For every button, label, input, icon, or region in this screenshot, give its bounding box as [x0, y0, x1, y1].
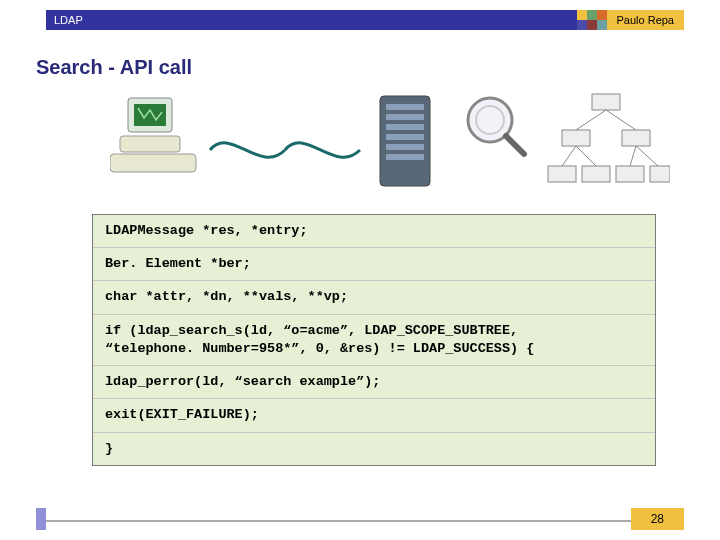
- footer-rule: [36, 520, 684, 522]
- link-icon: [210, 143, 360, 157]
- code-line: Ber. Element *ber;: [93, 247, 655, 280]
- swatch-icon: [587, 10, 597, 20]
- svg-line-13: [506, 136, 524, 154]
- tree-icon: [548, 94, 670, 182]
- svg-rect-3: [110, 154, 196, 172]
- svg-line-22: [606, 110, 636, 130]
- svg-rect-15: [562, 130, 590, 146]
- svg-rect-10: [386, 154, 424, 160]
- svg-rect-17: [548, 166, 576, 182]
- diagram-illustration: [110, 90, 670, 200]
- svg-rect-2: [120, 136, 180, 152]
- svg-line-21: [576, 110, 606, 130]
- svg-rect-20: [650, 166, 670, 182]
- code-line: ldap_perror(ld, “search example”);: [93, 365, 655, 398]
- code-line: LDAPMessage *res, *entry;: [93, 215, 655, 247]
- swatch-icon: [597, 20, 607, 30]
- swatch-icon: [587, 20, 597, 30]
- svg-rect-7: [386, 124, 424, 130]
- author-badge: Paulo Repa: [607, 10, 685, 30]
- server-icon: [380, 96, 430, 186]
- svg-rect-6: [386, 114, 424, 120]
- page-number: 28: [631, 508, 684, 530]
- code-line: char *attr, *dn, **vals, **vp;: [93, 280, 655, 313]
- svg-rect-8: [386, 134, 424, 140]
- svg-rect-18: [582, 166, 610, 182]
- page-title: Search - API call: [36, 56, 192, 79]
- svg-rect-14: [592, 94, 620, 110]
- header-swatches: [577, 10, 607, 30]
- swatch-icon: [577, 20, 587, 30]
- svg-line-23: [562, 146, 576, 166]
- svg-line-24: [576, 146, 596, 166]
- svg-line-25: [630, 146, 636, 166]
- code-text: “telephone. Number=958*”, 0, &res) != LD…: [105, 341, 534, 356]
- code-line: if (ldap_search_s(ld, “o=acme”, LDAP_SCO…: [93, 314, 655, 365]
- svg-rect-1: [134, 104, 166, 126]
- header-bar: LDAP Paulo Repa: [36, 10, 684, 30]
- code-text: if (ldap_search_s(ld, “o=acme”, LDAP_SCO…: [105, 323, 518, 338]
- svg-rect-16: [622, 130, 650, 146]
- header-label: LDAP: [54, 14, 83, 26]
- header-marker: [36, 10, 46, 30]
- footer-marker: [36, 508, 46, 530]
- code-line: exit(EXIT_FAILURE);: [93, 398, 655, 431]
- svg-rect-9: [386, 144, 424, 150]
- magnifier-icon: [468, 98, 524, 154]
- svg-rect-5: [386, 104, 424, 110]
- code-block: LDAPMessage *res, *entry; Ber. Element *…: [92, 214, 656, 466]
- swatch-icon: [577, 10, 587, 20]
- svg-line-26: [636, 146, 658, 166]
- computer-icon: [110, 98, 196, 172]
- swatch-icon: [597, 10, 607, 20]
- code-line: }: [93, 432, 655, 465]
- svg-rect-19: [616, 166, 644, 182]
